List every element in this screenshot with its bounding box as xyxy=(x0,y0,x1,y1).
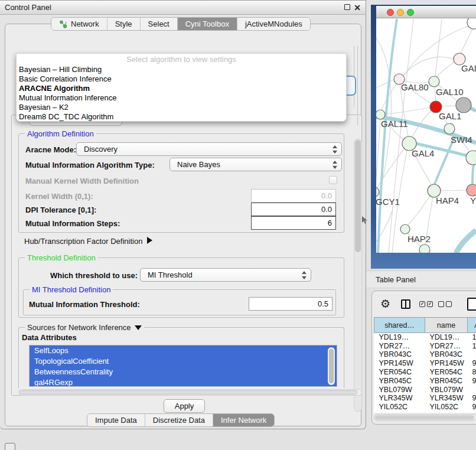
document-icon[interactable] xyxy=(467,298,476,311)
tab-cyni-toolbox[interactable]: Cyni Toolbox xyxy=(178,18,237,30)
cell-value[interactable]: 8. xyxy=(468,368,476,377)
table-hscrollbar-thumb[interactable] xyxy=(375,415,474,420)
network-node[interactable] xyxy=(467,184,476,196)
apply-button[interactable]: Apply xyxy=(164,399,205,413)
table-row[interactable]: YBL079WYBL079W xyxy=(374,385,476,394)
network-node[interactable] xyxy=(466,151,476,165)
cell-shared-name[interactable]: YPR145W xyxy=(374,359,425,368)
network-node[interactable] xyxy=(419,244,430,253)
zoom-traffic-light-icon[interactable] xyxy=(407,9,414,16)
table-panel-title: Table Panel xyxy=(366,275,416,284)
cell-name[interactable]: YBL079W xyxy=(425,385,468,394)
close-traffic-light-icon[interactable] xyxy=(387,9,394,16)
network-node-hap2[interactable] xyxy=(400,224,410,234)
aracne-mode-combo[interactable]: Discovery xyxy=(76,142,342,156)
cell-name[interactable]: YDR27… xyxy=(425,341,468,350)
cell-shared-name[interactable]: YBR045C xyxy=(374,376,425,385)
settings-scrollbar-thumb[interactable] xyxy=(355,140,361,252)
attribute-item-selected[interactable]: gal4RGexp xyxy=(30,377,337,387)
network-view-window[interactable]: GAL GAL80 GAL10 GAL1 GAL11 SWI4 GAL4 GCY… xyxy=(371,5,476,269)
algorithm-option[interactable]: Mutual Information Inference xyxy=(17,93,346,103)
cell-shared-name[interactable]: YBL079W xyxy=(374,385,425,394)
table-row[interactable]: YBR045CYBR045C9. xyxy=(374,376,476,385)
dpi-tolerance-field[interactable]: 0.0 xyxy=(251,203,336,216)
column-header-name[interactable]: name xyxy=(425,318,468,333)
network-node-gal11[interactable] xyxy=(376,110,385,119)
network-node-gcy1[interactable] xyxy=(376,187,379,197)
attributes-scrollbar-thumb[interactable] xyxy=(329,349,334,383)
column-header-partial[interactable]: A xyxy=(468,318,476,333)
cell-shared-name[interactable]: YDL19… xyxy=(374,333,425,342)
algorithm-option[interactable]: Bayesian – K2 xyxy=(17,103,346,112)
network-node-swi4[interactable] xyxy=(444,123,455,134)
data-attributes-list[interactable]: SelfLoops TopologicalCoefficient Between… xyxy=(29,345,337,387)
cell-shared-name[interactable]: YDR27… xyxy=(374,341,425,350)
cell-shared-name[interactable]: YBR043C xyxy=(374,350,425,359)
cell-name[interactable]: YBR043C xyxy=(425,350,468,359)
cell-value[interactable]: 13 xyxy=(468,333,476,342)
tab-jactivemnodules[interactable]: jActiveMNodules xyxy=(237,18,310,30)
attribute-item-selected[interactable]: TopologicalCoefficient xyxy=(30,356,337,367)
network-node[interactable] xyxy=(467,18,476,29)
cell-shared-name[interactable]: YLR345W xyxy=(374,394,425,403)
cell-value[interactable]: 9. xyxy=(468,403,476,412)
cell-value[interactable]: 12 xyxy=(468,341,476,350)
collapse-down-icon[interactable] xyxy=(135,325,142,330)
algorithm-option[interactable]: Basic Correlation Inference xyxy=(17,74,346,84)
attribute-item-selected[interactable]: BetweennessCentrality xyxy=(30,367,337,377)
mi-type-combo[interactable]: Naive Bayes xyxy=(169,158,342,171)
attribute-item-selected[interactable]: SelfLoops xyxy=(30,345,337,356)
cell-name[interactable]: YBR045C xyxy=(425,376,468,385)
network-canvas[interactable]: GAL GAL80 GAL10 GAL1 GAL11 SWI4 GAL4 GCY… xyxy=(376,18,476,253)
tab-select[interactable]: Select xyxy=(141,18,178,30)
table-row[interactable]: YPR145WYPR145W9. xyxy=(374,359,476,368)
tab-style[interactable]: Style xyxy=(107,18,141,30)
column-selector-icon[interactable] xyxy=(401,299,410,309)
cell-value[interactable]: 9. xyxy=(468,376,476,385)
expander-right-icon[interactable] xyxy=(147,237,152,244)
deselect-all-checkboxes-icon[interactable] xyxy=(438,301,452,307)
tab-network[interactable]: Network xyxy=(51,18,107,30)
algorithm-option-selected[interactable]: ARACNE Algorithm xyxy=(17,84,346,93)
control-panel-titlebar[interactable]: Control Panel ✕ xyxy=(0,1,366,15)
cell-shared-name[interactable]: YER054C xyxy=(374,368,425,377)
cell-name[interactable]: YLR345W xyxy=(425,394,468,403)
algorithm-option[interactable]: Bayesian – Hill Climbing xyxy=(17,65,346,74)
column-header-shared-name[interactable]: shared… xyxy=(374,318,425,333)
cell-shared-name[interactable]: YIL052C xyxy=(374,403,425,412)
cell-name[interactable]: YER054C xyxy=(425,368,468,377)
tab-infer-network[interactable]: Infer Network xyxy=(213,414,274,426)
manual-kernel-checkbox[interactable] xyxy=(329,176,337,184)
cell-value[interactable]: 9. xyxy=(468,359,476,368)
cell-value[interactable]: 9. xyxy=(468,394,476,403)
cell-name[interactable]: YPR145W xyxy=(425,359,468,368)
dock-window-icon[interactable] xyxy=(5,443,15,450)
cell-value[interactable] xyxy=(468,350,476,359)
algorithm-option[interactable]: Dream8 DC_TDC Algorithm xyxy=(17,112,346,122)
tab-discretize-data[interactable]: Discretize Data xyxy=(145,414,213,426)
minimize-traffic-light-icon[interactable] xyxy=(397,9,404,16)
gear-icon[interactable]: ⚙ xyxy=(380,297,390,311)
cell-name[interactable]: YIL052C xyxy=(425,403,468,412)
table-row[interactable]: YDL19…YDL19…13 xyxy=(374,333,476,342)
table-row[interactable]: YER054CYER054C8. xyxy=(374,368,476,377)
kernel-width-field[interactable]: 0.0 xyxy=(251,189,336,203)
which-threshold-combo[interactable]: MI Threshold xyxy=(140,268,311,282)
tab-impute-data[interactable]: Impute Data xyxy=(87,414,145,426)
table-row[interactable]: YLR345WYLR345W9. xyxy=(374,394,476,403)
settings-hscrollbar-thumb[interactable] xyxy=(19,390,357,394)
hub-definition-expander[interactable]: Hub/Transcription Factor Definition xyxy=(24,237,152,246)
sources-title-row[interactable]: Sources for Network Inference xyxy=(25,323,144,332)
select-all-checkboxes-icon[interactable]: ✓ ✓ xyxy=(419,301,433,307)
cell-value[interactable] xyxy=(468,385,476,394)
table-row[interactable]: YIL052CYIL052C9. xyxy=(374,403,476,412)
network-window-titlebar[interactable] xyxy=(376,6,476,18)
cell-name[interactable]: YDL19… xyxy=(425,333,468,342)
float-window-icon[interactable] xyxy=(344,4,350,10)
close-window-icon[interactable]: ✕ xyxy=(354,4,361,11)
network-node-gal10[interactable] xyxy=(429,76,439,87)
mi-threshold-field[interactable]: 0.5 xyxy=(249,297,332,311)
table-row[interactable]: YDR27…YDR27…12 xyxy=(374,341,476,350)
table-row[interactable]: YBR043CYBR043C xyxy=(374,350,476,359)
mi-steps-field[interactable]: 6 xyxy=(251,216,336,230)
